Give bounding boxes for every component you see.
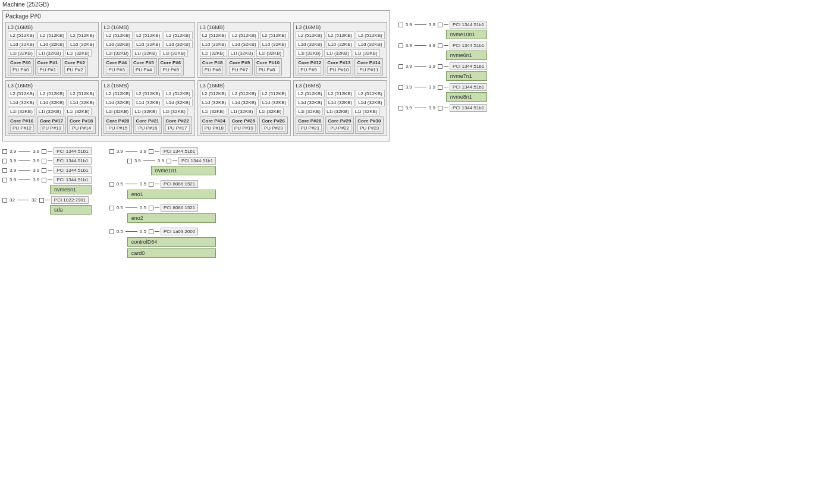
l2-cache: L2 (512KB)	[8, 90, 36, 97]
core-label: Core P#24	[202, 118, 226, 124]
l1i-cache: L1i (32KB)	[200, 49, 227, 57]
l1i-cache: L1i (32KB)	[296, 49, 323, 57]
l2-cache: L2 (512KB)	[326, 32, 354, 39]
core-label: Core P#13	[327, 60, 351, 65]
pci-box: PCI 1344:51b1	[450, 21, 487, 29]
bandwidth-label: 0.5	[139, 181, 147, 187]
core-label: Core P#16	[10, 118, 34, 124]
l1i-cache: L1i (32KB)	[296, 108, 323, 115]
connector-line	[444, 24, 448, 25]
connector-square	[2, 178, 7, 182]
pci-child: eno2	[109, 213, 216, 223]
core-label: Core P#25	[232, 118, 256, 124]
connector-line	[415, 108, 426, 108]
bandwidth-label: 3.9	[156, 158, 165, 163]
core-block: Core P#9PU P#7	[227, 58, 253, 75]
l1i-cache: L1i (32KB)	[228, 49, 256, 57]
l2-cache: L2 (512KB)	[260, 32, 288, 39]
connector-square	[2, 168, 7, 173]
connector-square	[398, 64, 403, 69]
core-block: Core P#24PU P#18	[200, 116, 228, 134]
core-label: Core P#4	[106, 60, 127, 65]
core-block: Core P#20PU P#15	[103, 116, 132, 134]
bandwidth-label: 3.9	[32, 177, 40, 182]
core-label: Core P#10	[256, 60, 280, 65]
core-block: Core P#5PU P#4	[131, 58, 157, 75]
pci-box: PCI 1344:51b1	[450, 83, 487, 91]
l2-cache: L2 (512KB)	[296, 32, 324, 39]
l1d-cache: L1d (32KB)	[164, 99, 192, 106]
pci-tree-row: 3.93.9PCI 1344:51b1nvme5n1	[2, 176, 92, 194]
l2-cache: L2 (512KB)	[164, 90, 192, 97]
bandwidth-label: 0.5	[115, 229, 124, 234]
l1i-cache: L1i (32KB)	[228, 108, 256, 115]
l3-title: L3 (16MB)	[8, 83, 96, 89]
l2-cache: L2 (512KB)	[326, 90, 354, 97]
device-box: nvme1n1	[151, 166, 216, 175]
bandwidth-label: 3.9	[32, 149, 40, 154]
core-block: Core P#6PU P#5	[158, 58, 184, 75]
connector-square	[2, 198, 7, 203]
l1d-cache: L1d (32KB)	[260, 99, 288, 106]
l1i-cache: L1i (32KB)	[65, 108, 92, 115]
bottom-right-trees: 3.93.9PCI 1344:51b13.93.9PCI 1344:51b1nv…	[109, 147, 216, 258]
bandwidth-label: 32	[8, 197, 16, 203]
l2-cache: L2 (512KB)	[356, 32, 384, 39]
core-block: Core P#26PU P#20	[259, 116, 288, 134]
pci-child-box: PCI 1344:51b1	[178, 157, 216, 165]
numa-row-0: L3 (16MB)L2 (512KB)L2 (512KB)L2 (512KB)L…	[5, 22, 387, 78]
connector-line	[45, 200, 50, 200]
connector-line	[415, 24, 426, 25]
bandwidth-label: 3.9	[404, 84, 413, 90]
l1i-cache: L1i (32KB)	[324, 108, 351, 115]
core-label: Core P#5	[133, 60, 155, 65]
core-label: Core P#14	[357, 60, 381, 65]
bandwidth-label: 3.9	[32, 168, 40, 173]
l1d-cache: L1d (32KB)	[103, 40, 132, 48]
l3-block: L3 (16MB)L2 (512KB)L2 (512KB)L2 (512KB)L…	[5, 80, 99, 136]
pci-child: controlD64	[109, 237, 216, 247]
pci-tree-complex: 0.50.5PCI 1a03:2000controlD64card0	[109, 228, 216, 258]
l2-cache: L2 (512KB)	[200, 90, 228, 97]
l2-cache: L2 (512KB)	[103, 32, 132, 39]
core-block: Core P#16PU P#12	[8, 116, 36, 134]
bandwidth-label: 32	[30, 197, 38, 203]
pu-cell: PU P#0	[10, 66, 32, 74]
l1d-cache: L1d (32KB)	[260, 40, 288, 48]
pu-cell: PU P#7	[229, 66, 250, 74]
l3-title: L3 (16MB)	[200, 24, 288, 30]
bandwidth-label: 3.9	[404, 64, 413, 69]
bandwidth-label: 3.9	[428, 43, 437, 48]
core-label: Core P#29	[328, 118, 351, 124]
l1d-cache: L1d (32KB)	[8, 99, 36, 106]
l1i-cache: L1i (32KB)	[256, 108, 284, 115]
connector-square	[109, 182, 114, 187]
l3-block: L3 (16MB)L2 (512KB)L2 (512KB)L2 (512KB)L…	[197, 80, 291, 136]
l2-cache: L2 (512KB)	[296, 90, 324, 97]
core-block: Core P#29PU P#22	[325, 116, 354, 134]
pu-cell: PU P#12	[10, 124, 34, 132]
pci-tree-complex: 3.93.9PCI 1344:51b13.93.9PCI 1344:51b1nv…	[109, 147, 216, 175]
bandwidth-label: 0.5	[115, 181, 124, 187]
core-block: Core P#30PU P#23	[355, 116, 384, 134]
connector-square	[398, 106, 403, 111]
pci-tree-row: 3.93.9PCI 1344:51b1	[2, 166, 92, 174]
core-label: Core P#20	[106, 118, 130, 124]
pci-parent-box: PCI 1a03:2000	[161, 228, 198, 235]
l1i-cache: L1i (32KB)	[161, 108, 188, 115]
core-label: Core P#9	[229, 60, 250, 65]
core-label: Core P#6	[161, 60, 182, 65]
core-block: Core P#14PU P#11	[354, 58, 383, 75]
l3-block: L3 (16MB)L2 (512KB)L2 (512KB)L2 (512KB)L…	[197, 22, 291, 78]
core-label: Core P#2	[64, 60, 86, 65]
connector-square	[149, 229, 153, 234]
package: Package P#0 L3 (16MB)L2 (512KB)L2 (512KB…	[2, 10, 390, 141]
l1d-cache: L1d (32KB)	[326, 99, 354, 106]
connector-square	[42, 159, 46, 163]
l1d-cache: L1d (32KB)	[200, 99, 228, 106]
pu-cell: PU P#11	[357, 66, 381, 74]
core-block: Core P#18PU P#14	[67, 116, 96, 134]
connector-line	[18, 151, 30, 152]
pci-tree-row: 3.93.9PCI 1344:51b1	[398, 104, 488, 112]
connector-square	[42, 149, 46, 154]
